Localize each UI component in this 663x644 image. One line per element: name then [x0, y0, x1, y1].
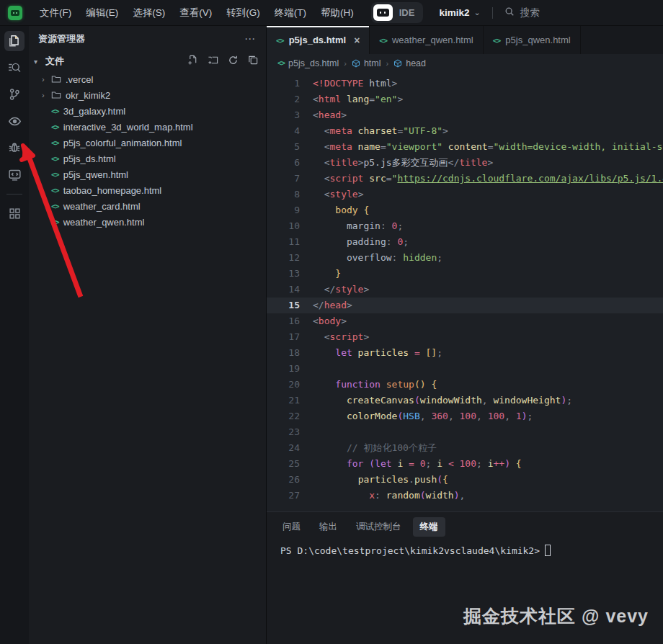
search-files-icon[interactable]: [4, 58, 25, 78]
code-line-24[interactable]: 24 // 初始化100个粒子: [267, 440, 663, 456]
refresh-icon[interactable]: [228, 55, 239, 68]
file-row-interactive_3d_world_map.html[interactable]: <>interactive_3d_world_map.html: [29, 119, 266, 135]
global-search[interactable]: 搜索: [504, 6, 540, 19]
app-logo-icon[interactable]: [8, 6, 22, 20]
code-line-27[interactable]: 27 x: random(width),: [267, 488, 663, 504]
code-line-21[interactable]: 21 createCanvas(windowWidth, windowHeigh…: [267, 393, 663, 408]
new-file-icon[interactable]: [187, 55, 198, 68]
tab-p5js_qwen.html[interactable]: <>p5js_qwen.html: [484, 26, 581, 54]
breadcrumb-separator: ›: [386, 59, 389, 68]
file-row-weather_card.html[interactable]: <>weather_card.html: [29, 198, 266, 214]
panel-tab-问题[interactable]: 问题: [275, 517, 308, 537]
file-row-.vercel[interactable]: ›.vercel: [29, 71, 266, 87]
code-line-17[interactable]: 17 <script>: [267, 329, 663, 345]
collapse-all-icon[interactable]: [248, 55, 259, 68]
code-line-16[interactable]: 16<body>: [267, 313, 663, 329]
code-line-22[interactable]: 22 colorMode(HSB, 360, 100, 100, 1);: [267, 408, 663, 424]
html-file-icon: <>: [51, 170, 59, 179]
file-row-p5js_ds.html[interactable]: <>p5js_ds.html: [29, 151, 266, 166]
chevron-right-icon: ›: [42, 75, 50, 84]
line-content: <style>: [300, 187, 363, 202]
line-content: particles.push({: [300, 472, 448, 488]
tab-p5js_ds.html[interactable]: <>p5js_ds.html×: [267, 26, 370, 54]
panel-tab-终端[interactable]: 终端: [413, 517, 445, 537]
code-line-8[interactable]: 8 <style>: [267, 187, 663, 202]
symbol-cube-icon: [352, 59, 360, 68]
line-content: overflow: hidden;: [300, 250, 442, 266]
breadcrumb-item-html[interactable]: html: [352, 58, 381, 68]
html-file-icon: <>: [493, 36, 501, 45]
preview-eye-icon[interactable]: [4, 111, 25, 131]
code-line-3[interactable]: 3<head>: [267, 107, 663, 123]
line-number: 24: [267, 440, 300, 456]
code-line-13[interactable]: 13 }: [267, 266, 663, 282]
activity-bar: [0, 26, 29, 644]
code-line-9[interactable]: 9 body {: [267, 202, 663, 218]
sidebar-header: 资源管理器 ⋯: [29, 26, 266, 52]
menu-item[interactable]: 终端(T): [267, 0, 313, 26]
ide-mode-toggle[interactable]: IDE: [371, 2, 424, 23]
code-line-12[interactable]: 12 overflow: hidden;: [267, 250, 663, 266]
code-line-15[interactable]: 15</head>: [267, 298, 663, 313]
close-icon[interactable]: ×: [354, 35, 360, 46]
code-line-25[interactable]: 25 for (let i = 0; i < 100; i++) {: [267, 456, 663, 472]
panel-tab-输出[interactable]: 输出: [312, 517, 344, 537]
menu-item[interactable]: 查看(V): [172, 0, 219, 26]
line-number: 8: [267, 187, 300, 202]
file-row-okr_kimik2[interactable]: ›okr_kimik2: [29, 87, 266, 103]
code-line-14[interactable]: 14 </style>: [267, 282, 663, 298]
code-line-20[interactable]: 20 function setup() {: [267, 377, 663, 393]
code-line-23[interactable]: 23: [267, 424, 663, 440]
apps-grid-icon[interactable]: [4, 203, 25, 223]
code-line-11[interactable]: 11 padding: 0;: [267, 234, 663, 250]
new-folder-icon[interactable]: [208, 55, 218, 68]
code-line-10[interactable]: 10 margin: 0;: [267, 218, 663, 234]
menu-item[interactable]: 编辑(E): [79, 0, 125, 26]
tab-weather_qwen.html[interactable]: <>weather_qwen.html: [370, 26, 483, 54]
file-row-p5js_colorful_animation.html[interactable]: <>p5js_colorful_animation.html: [29, 135, 266, 151]
panel-tab-调试控制台[interactable]: 调试控制台: [349, 517, 409, 537]
menu-item[interactable]: 转到(G): [219, 0, 267, 26]
line-number: 27: [267, 488, 300, 504]
debug-bug-icon[interactable]: [4, 138, 25, 158]
more-actions-icon[interactable]: ⋯: [244, 32, 256, 45]
symbol-cube-icon: [393, 59, 402, 68]
code-line-7[interactable]: 7 <script src="https://cdnjs.cloudflare.…: [267, 171, 663, 187]
code-line-26[interactable]: 26 particles.push({: [267, 472, 663, 488]
project-selector[interactable]: kimik2 ⌄: [439, 7, 480, 18]
line-number: 16: [267, 313, 300, 329]
file-row-3d_galaxy.html[interactable]: <>3d_galaxy.html: [29, 103, 266, 119]
code-line-19[interactable]: 19: [267, 361, 663, 377]
line-content: <head>: [300, 107, 347, 123]
code-line-18[interactable]: 18 let particles = [];: [267, 345, 663, 361]
breadcrumb-label: p5js_ds.html: [288, 58, 339, 68]
source-control-icon[interactable]: [4, 84, 25, 104]
folder-icon: [51, 90, 61, 100]
file-row-p5js_qwen.html[interactable]: <>p5js_qwen.html: [29, 166, 266, 182]
terminal[interactable]: PS D:\code\testproject\kimik2vsclaude4\k…: [267, 539, 663, 556]
code-line-5[interactable]: 5 <meta name="viewport" content="width=d…: [267, 139, 663, 155]
breadcrumb-item-p5js_ds.html[interactable]: <>p5js_ds.html: [277, 58, 339, 68]
files-section-header[interactable]: ▾ 文件: [29, 52, 266, 71]
sidebar-title: 资源管理器: [38, 32, 85, 45]
file-row-weather_qwen.html[interactable]: <>weather_qwen.html: [29, 214, 266, 230]
breadcrumb-item-head[interactable]: head: [393, 58, 426, 68]
code-line-6[interactable]: 6 <title>p5.js多彩交互动画</title>: [267, 155, 663, 171]
menu-item[interactable]: 选择(S): [125, 0, 172, 26]
menu-item[interactable]: 帮助(H): [313, 0, 361, 26]
menu-item[interactable]: 文件(F): [32, 0, 79, 26]
file-row-taobao_homepage.html[interactable]: <>taobao_homepage.html: [29, 182, 266, 198]
explorer-icon[interactable]: [4, 31, 25, 51]
code-line-1[interactable]: 1<!DOCTYPE html>: [267, 76, 663, 91]
code-line-2[interactable]: 2<html lang="en">: [267, 91, 663, 107]
line-number: 14: [267, 282, 300, 298]
line-content: <meta charset="UTF-8">: [300, 123, 448, 139]
breadcrumb-label: head: [406, 58, 426, 68]
code-area[interactable]: 1<!DOCTYPE html>2<html lang="en">3<head>…: [267, 72, 663, 511]
breadcrumb[interactable]: <>p5js_ds.html›html›head: [267, 54, 663, 72]
editor-tab-bar: <>p5js_ds.html×<>weather_qwen.html<>p5js…: [267, 26, 663, 54]
line-number: 15: [267, 298, 300, 313]
line-number: 25: [267, 456, 300, 472]
console-code-icon[interactable]: [4, 164, 25, 184]
code-line-4[interactable]: 4 <meta charset="UTF-8">: [267, 123, 663, 139]
